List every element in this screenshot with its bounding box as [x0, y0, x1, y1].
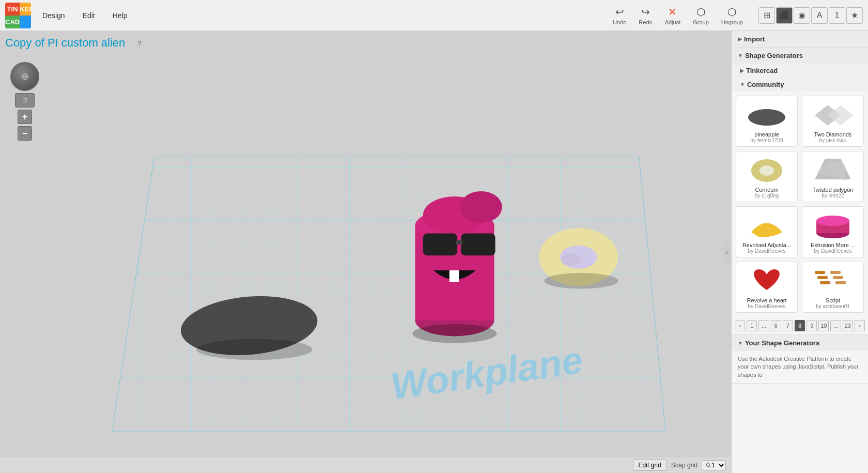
- your-shapes-section: ▼ Your Shape Generators Use the Autodesk…: [732, 335, 868, 384]
- panel-collapse-btn[interactable]: ›: [723, 242, 731, 263]
- shape-card-6[interactable]: Revolve a heart by DavidReeves: [736, 262, 798, 313]
- canvas-area[interactable]: Copy of PI custom alien ? ⊕ ⊡ + −: [0, 31, 731, 473]
- shape-thumb-6: [746, 265, 787, 296]
- box-view-btn[interactable]: ⬛: [776, 7, 793, 24]
- zoom-out-btn[interactable]: −: [18, 126, 32, 141]
- bottom-bar: Edit grid Snap grid 0.1 0.5 1.0: [0, 457, 731, 473]
- pagination-page-23[interactable]: 23: [843, 320, 853, 331]
- alien-head-right[interactable]: [460, 191, 502, 223]
- project-title: Copy of PI custom alien: [5, 36, 125, 50]
- edit-menu[interactable]: Edit: [76, 8, 101, 23]
- fit-view-btn[interactable]: ⊡: [15, 93, 35, 108]
- ungroup-icon: ⬡: [727, 6, 736, 18]
- shape-card-2[interactable]: Corneum by q1g0ng: [736, 151, 798, 202]
- shape-card-3[interactable]: Twisted polygon by imm22: [802, 151, 864, 202]
- alien-tooth: [450, 270, 459, 282]
- shape-card-7[interactable]: Script by achtbaan01: [802, 262, 864, 313]
- shape-name-4: Revolved Adjusta...: [742, 242, 791, 248]
- undo-icon: ↩: [615, 6, 624, 18]
- zoom-in-btn[interactable]: +: [18, 110, 32, 124]
- pagination-page-9[interactable]: 9: [807, 320, 817, 331]
- shape-thumb-5: [812, 210, 854, 241]
- svg-rect-13: [817, 276, 828, 279]
- import-section[interactable]: ▶ Import: [732, 31, 868, 48]
- shape-pineapple-shadow: [196, 339, 312, 360]
- shape-name-3: Twisted polygon: [813, 187, 854, 193]
- sunglasses-right: [461, 234, 495, 256]
- nav-controls: ⊕ ⊡ + −: [10, 62, 39, 141]
- community-chevron-icon: ▼: [740, 82, 745, 87]
- help-menu[interactable]: Help: [106, 8, 134, 23]
- edit-grid-button[interactable]: Edit grid: [633, 460, 667, 471]
- shape-name-1: Two Diamonds: [814, 131, 852, 138]
- shape-card-5[interactable]: Extrusion More ... by DavidReeves: [802, 206, 864, 257]
- ungroup-button[interactable]: ⬡ Ungroup: [716, 4, 748, 27]
- svg-point-11: [816, 216, 849, 226]
- shape-thumb-1: [812, 99, 854, 130]
- your-shapes-description: Use the Autodesk Creative Platform to cr…: [738, 355, 862, 379]
- shape-thumb-3: [812, 155, 854, 186]
- sunglasses-bridge: [456, 240, 462, 245]
- tinkercad-label: Tinkercad: [746, 67, 778, 74]
- shape-card-4[interactable]: Revolved Adjusta... by DavidReeves: [736, 206, 798, 257]
- pagination-next[interactable]: ›: [855, 320, 865, 331]
- community-subsection[interactable]: ▼ Community: [732, 78, 868, 91]
- number-view-btn[interactable]: 1: [829, 7, 845, 24]
- shape-name-5: Extrusion More ...: [811, 242, 855, 248]
- alien-shadow: [412, 324, 497, 343]
- workplane-svg: Workplane: [52, 62, 726, 457]
- donut-shadow: [544, 273, 618, 289]
- svg-rect-16: [833, 276, 843, 279]
- snap-select[interactable]: 0.1 0.5 1.0: [702, 460, 726, 470]
- svg-rect-17: [835, 281, 846, 284]
- shape-author-0: by fermtz1700: [750, 138, 783, 143]
- collapse-chevron-icon: ›: [726, 249, 728, 256]
- shape-card-0[interactable]: pineapple by fermtz1700: [736, 96, 798, 147]
- shape-card-1[interactable]: Two Diamonds by jack tsau: [802, 96, 864, 147]
- shape-gen-chevron-icon: ▼: [738, 53, 743, 58]
- text-view-btn[interactable]: A: [811, 7, 828, 24]
- adjust-button[interactable]: ✕ Adjust: [660, 4, 686, 27]
- pagination-page-10[interactable]: 10: [818, 320, 829, 331]
- pagination-page-1[interactable]: 1: [747, 320, 757, 331]
- svg-point-2: [748, 109, 785, 126]
- pagination-page-...[interactable]: ...: [758, 320, 769, 331]
- your-shapes-chevron-icon: ▼: [738, 340, 743, 346]
- toolbar-group: ↩ Undo ↪ Redo ✕ Adjust ⬡ Group ⬡ Ungroup: [608, 4, 748, 27]
- redo-button[interactable]: ↪ Redo: [633, 4, 657, 27]
- undo-button[interactable]: ↩ Undo: [608, 4, 631, 27]
- shape-generators-label: Shape Generators: [745, 52, 803, 59]
- shape-author-2: by q1g0ng: [755, 193, 779, 199]
- donut-hole: [561, 253, 580, 266]
- logo-blank: [20, 16, 31, 28]
- community-label: Community: [747, 81, 784, 88]
- grid-view-btn[interactable]: ⊞: [758, 7, 775, 24]
- orbit-arrows: ⊕: [21, 71, 29, 82]
- sunglasses-left: [423, 234, 457, 256]
- pagination-page-...[interactable]: ...: [830, 320, 841, 331]
- import-chevron-icon: ▶: [738, 36, 742, 42]
- shape-generators-header[interactable]: ▼ Shape Generators: [732, 48, 868, 64]
- pagination-page-7[interactable]: 7: [783, 320, 793, 331]
- pagination-prev[interactable]: ‹: [735, 320, 745, 331]
- svg-marker-1: [112, 157, 665, 431]
- help-button[interactable]: ?: [134, 38, 145, 49]
- your-shapes-header[interactable]: ▼ Your Shape Generators: [732, 335, 868, 351]
- your-shapes-content: Use the Autodesk Creative Platform to cr…: [732, 351, 868, 383]
- star-view-btn[interactable]: ★: [846, 7, 863, 24]
- sphere-view-btn[interactable]: ◉: [794, 7, 810, 24]
- adjust-icon: ✕: [668, 6, 677, 18]
- redo-icon: ↪: [641, 6, 650, 18]
- pagination-page-6[interactable]: 6: [771, 320, 781, 331]
- topbar: TIN KER CAD Design Edit Help ↩ Undo ↪ Re…: [0, 0, 868, 31]
- pagination-page-8[interactable]: 8: [795, 320, 805, 331]
- design-menu[interactable]: Design: [36, 8, 71, 23]
- orbit-control[interactable]: ⊕: [10, 62, 39, 91]
- svg-rect-15: [830, 271, 841, 274]
- shape-name-2: Corneum: [755, 187, 778, 193]
- shape-author-7: by achtbaan01: [816, 303, 850, 309]
- tinkercad-logo[interactable]: TIN KER CAD: [5, 3, 31, 28]
- svg-rect-12: [815, 271, 825, 274]
- tinkercad-subsection[interactable]: ▶ Tinkercad: [732, 64, 868, 78]
- group-button[interactable]: ⬡ Group: [688, 4, 714, 27]
